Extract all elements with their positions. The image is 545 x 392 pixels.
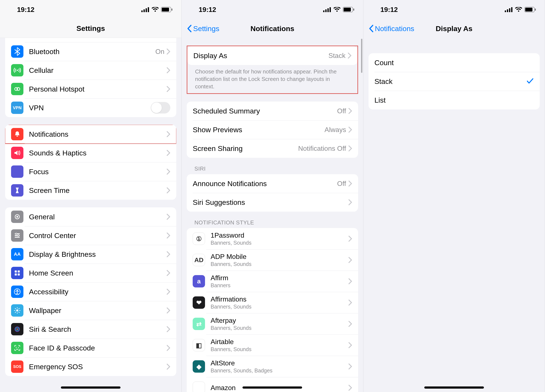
siri-icon [11,323,23,335]
row-home-screen[interactable]: Home Screen [5,264,176,282]
row-siri[interactable]: Siri & Search [5,320,176,339]
row-show-previews[interactable]: Show Previews Always [187,120,358,139]
home-screen-icon [11,267,23,279]
chevron-right-icon [167,187,170,193]
back-button[interactable]: Notifications [369,25,414,33]
row-app[interactable]: ◧AirtableBanners, Sounds [187,335,358,356]
row-bluetooth[interactable]: Bluetooth On [5,42,176,61]
row-vpn[interactable]: VPN VPN [5,98,176,117]
row-accessibility[interactable]: Accessibility [5,282,176,301]
row-app[interactable]: ADADP MobileBanners, Sounds [187,249,358,271]
row-scheduled-summary[interactable]: Scheduled Summary Off [187,102,358,120]
wifi-icon [515,7,522,12]
scroll-area[interactable]: CountStackList [363,38,545,392]
row-value: Off [337,107,346,115]
app-sub: Banners, Sounds [211,261,348,267]
row-display[interactable]: AA Display & Brightness [5,245,176,264]
svg-rect-5 [162,8,169,12]
row-screen-sharing[interactable]: Screen Sharing Notifications Off [187,139,358,158]
row-label: Cellular [29,66,167,75]
group-apps: ①1PasswordBanners, SoundsADADP MobileBan… [187,228,358,392]
status-icons [141,7,173,12]
battery-icon [524,7,536,12]
svg-rect-2 [146,8,147,12]
row-app[interactable]: ①1PasswordBanners, Sounds [187,228,358,249]
row-label: VPN [29,104,151,112]
row-screentime[interactable]: Screen Time [5,181,176,200]
notifications-icon [11,128,23,140]
option-label: Stack [374,77,526,86]
row-app[interactable]: ⇄AfterpayBanners, Sounds [187,313,358,335]
vpn-toggle[interactable] [151,102,170,113]
vpn-icon: VPN [11,102,23,114]
svg-rect-40 [511,7,512,12]
scrollbar[interactable] [361,39,362,73]
row-sos[interactable]: SOS Emergency SOS [5,357,176,376]
row-label: Sounds & Haptics [29,149,167,157]
option-row[interactable]: Stack [369,72,540,91]
row-display-as[interactable]: Display As Stack [187,46,357,65]
row-control-center[interactable]: Control Center [5,226,176,245]
chevron-right-icon [167,131,170,137]
svg-point-27 [17,329,18,330]
status-icons [505,7,536,12]
svg-rect-3 [148,7,149,12]
chevron-right-icon [348,257,352,263]
app-name: Affirmations [211,295,348,303]
signal-icon [505,7,513,12]
row-app[interactable]: aAffirmBanners [187,271,358,292]
highlight-display-as: Display As Stack Choose the default for … [187,46,358,94]
svg-rect-1 [143,9,145,12]
group-previews: Scheduled Summary Off Show Previews Alwa… [187,102,358,158]
row-wallpaper[interactable]: Wallpaper [5,301,176,320]
row-cut[interactable] [5,38,176,42]
option-row[interactable]: Count [369,53,540,72]
display-as-screen: 19:12 Notifications Display As CountStac… [363,0,545,392]
chevron-right-icon [348,299,352,306]
back-label: Settings [193,25,219,33]
row-label: Personal Hotspot [29,85,167,93]
back-button[interactable]: Settings [187,25,219,33]
row-label: Screen Sharing [193,144,298,153]
row-hotspot[interactable]: Personal Hotspot [5,80,176,98]
scroll-area[interactable]: Bluetooth On Cellular Personal Hotspot V… [0,38,181,392]
app-sub: Banners, Sounds, Badges [211,367,348,374]
row-announce[interactable]: Announce Notifications Off [187,174,358,193]
row-cellular[interactable]: Cellular [5,61,176,80]
row-general[interactable]: General [5,207,176,226]
row-focus[interactable]: Focus [5,162,176,181]
row-app[interactable]: ❤AffirmationsBanners, Sounds [187,292,358,313]
row-sounds[interactable]: Sounds & Haptics [5,143,176,162]
row-siri-suggestions[interactable]: Siri Suggestions [187,193,358,212]
wifi-icon [152,7,159,12]
row-label: Announce Notifications [193,180,337,188]
chevron-right-icon [348,145,352,152]
svg-rect-20 [15,274,17,275]
home-indicator [242,386,302,389]
status-bar: 19:12 [182,0,363,19]
row-label: Focus [29,168,167,176]
row-notifications[interactable]: Notifications [5,125,176,143]
app-sub: Banners, Sounds [211,240,348,246]
status-time: 19:12 [380,6,398,14]
display-as-footer: Choose the default for how notifications… [187,65,357,90]
svg-rect-42 [525,8,533,12]
svg-point-12 [16,216,18,218]
app-name: Afterpay [211,317,348,324]
hotspot-icon [11,83,23,95]
option-row[interactable]: List [369,91,540,109]
scroll-area[interactable]: Display As Stack Choose the default for … [182,38,363,392]
app-name: AltStore [211,359,348,367]
svg-rect-37 [505,10,506,12]
row-app[interactable]: ◆AltStoreBanners, Sounds, Badges [187,356,358,377]
app-icon: ① [193,232,205,245]
svg-rect-10 [16,136,18,137]
row-value: On [155,48,165,56]
row-faceid[interactable]: Face ID & Passcode [5,339,176,357]
row-app[interactable]: Amazon [187,377,358,392]
accessibility-icon [11,286,23,298]
wifi-icon [333,7,341,12]
row-label: Siri Suggestions [193,198,348,206]
faceid-icon [11,342,23,354]
row-value: Stack [328,52,346,60]
